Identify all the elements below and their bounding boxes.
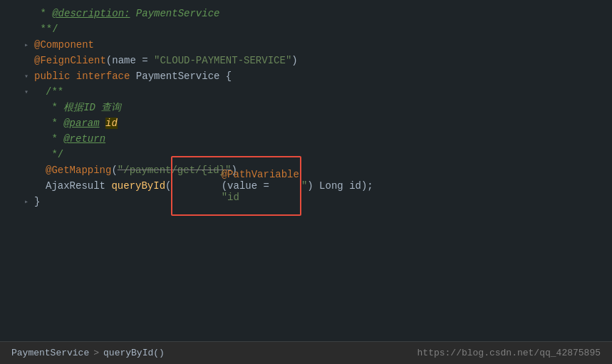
token: @description:	[52, 8, 130, 19]
line-content-1: * @description: PaymentService	[31, 8, 219, 19]
token: @PathVariable	[222, 169, 299, 180]
line-content-8: * @param id	[31, 118, 118, 129]
breadcrumb-method: queryById()	[103, 348, 165, 358]
line-content-2: **/	[31, 24, 58, 35]
line-content-6: /**	[31, 86, 63, 98]
token: Long	[319, 180, 349, 192]
token: "	[301, 180, 307, 192]
token: @Component	[34, 39, 94, 51]
line-content-9: * @return	[31, 133, 105, 145]
line-content-7: * 根据ID 查询	[31, 101, 121, 114]
fold-3: ▸	[21, 41, 31, 49]
token: interface	[76, 71, 136, 82]
token: @param	[63, 118, 99, 129]
code-line-4: @FeignClient (name = "CLOUD-PAYMENT-SERV…	[0, 53, 612, 68]
token: public	[34, 71, 76, 82]
token: {	[226, 71, 232, 82]
code-line-12: AjaxResult queryById ( @PathVariable (va…	[0, 178, 612, 194]
token: *	[46, 118, 63, 129]
code-line-1: * @description: PaymentService	[0, 6, 612, 21]
breadcrumb-arrow: >	[93, 348, 99, 358]
code-line-5: ▾ public interface PaymentService {	[0, 68, 612, 84]
token: *	[34, 8, 52, 19]
token: @return	[63, 133, 105, 145]
code-line-8: * @param id	[0, 115, 612, 131]
code-line-7: * 根据ID 查询	[0, 100, 612, 115]
breadcrumb-class: PaymentService	[11, 348, 89, 358]
token: @FeignClient	[34, 55, 106, 66]
fold-5: ▾	[21, 72, 31, 80]
token: (	[165, 180, 171, 192]
token: id);	[349, 180, 373, 192]
fold-6: ▾	[21, 88, 31, 96]
token: *	[46, 102, 63, 113]
token: (value =	[222, 180, 276, 192]
code-line-2: **/	[0, 21, 612, 37]
status-breadcrumb: PaymentService > queryById()	[11, 348, 165, 358]
token: *	[46, 133, 63, 145]
fold-icon-6[interactable]: ▾	[24, 88, 28, 96]
token: PaymentService	[136, 71, 226, 82]
token: "CLOUD-PAYMENT-SERVICE"	[154, 55, 291, 66]
token: 根据ID 查询	[63, 101, 121, 114]
line-content-13: }	[31, 196, 40, 207]
token: queryById	[111, 180, 165, 192]
line-content-3: @Component	[31, 39, 94, 51]
token: id	[105, 118, 118, 129]
token: **/	[34, 24, 58, 35]
fold-icon-5[interactable]: ▾	[24, 72, 28, 80]
token: PaymentService	[130, 8, 219, 19]
code-line-9: * @return	[0, 131, 612, 147]
line-content-4: @FeignClient (name = "CLOUD-PAYMENT-SERV…	[31, 55, 298, 66]
line-content-5: public interface PaymentService {	[31, 71, 232, 82]
code-editor: * @description: PaymentService **/ ▸ @Co…	[0, 0, 612, 341]
code-line-13: ▸ }	[0, 194, 612, 209]
token: /**	[46, 86, 63, 98]
token: )	[291, 55, 297, 66]
token: AjaxResult	[46, 180, 111, 192]
token: )	[307, 180, 319, 192]
fold-icon-13[interactable]: ▸	[24, 197, 28, 206]
status-url: https://blog.csdn.net/qq_42875895	[417, 348, 601, 358]
token: }	[34, 196, 40, 207]
fold-13: ▸	[21, 197, 31, 206]
fold-icon-3[interactable]: ▸	[24, 41, 28, 49]
token	[100, 118, 105, 129]
status-bar: PaymentService > queryById() https://blo…	[0, 341, 612, 364]
code-line-6: ▾ /**	[0, 84, 612, 100]
code-line-3: ▸ @Component	[0, 37, 612, 53]
token: (name =	[106, 55, 154, 66]
